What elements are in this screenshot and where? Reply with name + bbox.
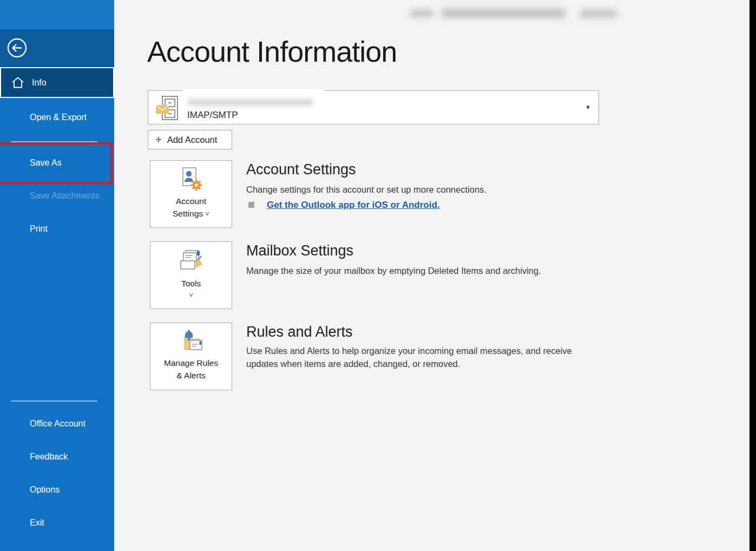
sidebar-item-exit[interactable]: Exit <box>30 516 44 530</box>
back-button[interactable] <box>7 38 27 58</box>
sidebar-item-save-attachments: Save Attachments <box>30 189 100 203</box>
redacted-email-overlay <box>182 89 324 109</box>
sidebar-item-print[interactable]: Print <box>30 222 48 236</box>
home-icon <box>11 76 24 89</box>
mailbox-cleanup-tools-icon <box>178 250 205 273</box>
manage-rules-alerts-button[interactable]: Manage Rules & Alerts <box>150 323 232 390</box>
redacted-email-smudge <box>188 99 313 106</box>
chevron-down-icon: ▼ <box>585 104 591 110</box>
sidebar-item-feedback[interactable]: Feedback <box>30 450 68 464</box>
plus-icon: + <box>155 134 162 145</box>
redacted-title-text <box>442 9 565 18</box>
sidebar-divider <box>11 141 97 142</box>
sidebar-top-band <box>0 0 114 29</box>
sidebar-divider <box>11 401 97 402</box>
sidebar-item-save-as[interactable]: Save As <box>30 156 62 170</box>
sidebar-item-label: Info <box>32 78 47 88</box>
sidebar-item-office-account[interactable]: Office Account <box>30 417 86 431</box>
back-arrow-icon <box>7 38 27 58</box>
section-description: Use Rules and Alerts to help organize yo… <box>246 345 601 371</box>
account-cabinet-icon <box>155 95 180 121</box>
redacted-title-text <box>580 10 617 17</box>
account-selector-dropdown[interactable]: IMAP/SMTP ▼ <box>148 90 599 124</box>
section-description: Manage the size of your mailbox by empty… <box>246 265 541 278</box>
tools-button[interactable]: Tools ˅ <box>150 241 232 309</box>
get-outlook-app-link[interactable]: Get the Outlook app for iOS or Android. <box>267 200 440 211</box>
account-settings-icon <box>178 167 204 192</box>
sidebar-item-open-export[interactable]: Open & Export <box>30 110 87 124</box>
backstage-sidebar: Info Open & Export Save As Save Attachme… <box>0 0 114 551</box>
section-heading: Mailbox Settings <box>246 242 353 259</box>
section-heading: Account Settings <box>246 161 356 178</box>
chevron-down-icon: ˅ <box>189 292 193 299</box>
sidebar-item-info[interactable]: Info <box>0 67 114 98</box>
sidebar-item-options[interactable]: Options <box>30 483 60 497</box>
outlook-backstage-view: Info Open & Export Save As Save Attachme… <box>0 0 756 551</box>
account-settings-button[interactable]: Account Settings ˅ <box>150 160 232 228</box>
screen-edge-artifact <box>750 0 756 551</box>
square-bullet-icon <box>248 202 254 208</box>
add-account-button[interactable]: + Add Account <box>148 130 232 149</box>
account-protocol-label: IMAP/SMTP <box>187 110 238 121</box>
page-title: Account Information <box>147 35 397 68</box>
section-heading: Rules and Alerts <box>246 324 353 340</box>
redacted-title-text <box>410 10 433 17</box>
section-description: Change settings for this account or set … <box>246 183 487 196</box>
chevron-down-icon: ˅ <box>205 210 209 218</box>
rules-alerts-icon <box>178 330 204 355</box>
